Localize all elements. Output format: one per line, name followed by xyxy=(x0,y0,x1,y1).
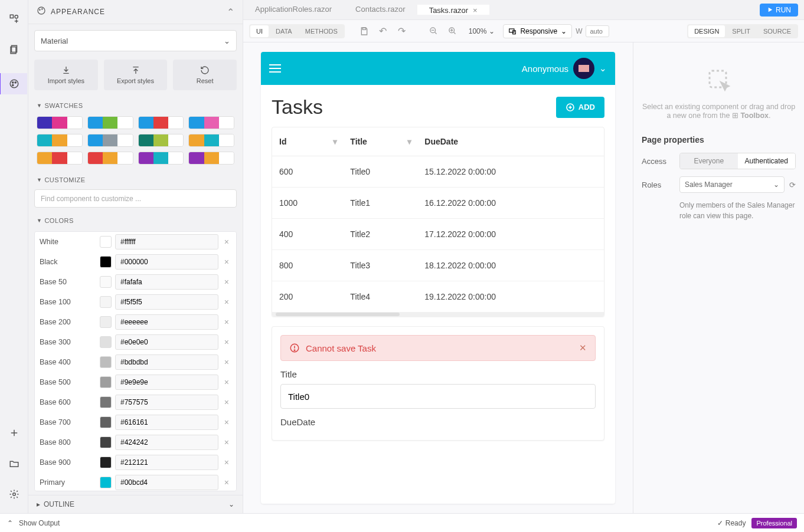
grid-horizontal-scrollbar[interactable] xyxy=(272,313,604,316)
color-input[interactable] xyxy=(115,234,218,249)
theme-select[interactable]: Material ⌄ xyxy=(34,30,237,51)
clear-icon[interactable]: × xyxy=(222,398,231,407)
design-canvas[interactable]: Anonymous ⌄ Tasks ADD xyxy=(243,42,633,513)
swatch[interactable] xyxy=(188,116,234,129)
color-chip[interactable] xyxy=(100,316,112,328)
zoom-in-icon[interactable] xyxy=(445,24,460,39)
clear-icon[interactable]: × xyxy=(222,317,231,327)
customize-search[interactable] xyxy=(34,189,237,208)
table-row[interactable]: 400Title217.12.2022 0:00:00 xyxy=(272,219,604,250)
clear-icon[interactable]: × xyxy=(222,257,231,267)
zoom-out-icon[interactable] xyxy=(426,24,442,39)
color-input[interactable] xyxy=(115,354,218,370)
clear-icon[interactable]: × xyxy=(222,377,231,387)
clear-icon[interactable]: × xyxy=(222,237,231,247)
color-input[interactable] xyxy=(115,274,218,290)
swatch[interactable] xyxy=(37,152,83,165)
color-chip[interactable] xyxy=(100,396,112,408)
add-button[interactable]: ADD xyxy=(556,97,604,118)
refresh-icon[interactable]: ⟳ xyxy=(789,180,796,189)
color-input[interactable] xyxy=(115,375,218,390)
color-chip[interactable] xyxy=(100,416,112,428)
access-segment[interactable]: Everyone Authenticated xyxy=(679,153,796,169)
color-chip[interactable] xyxy=(100,336,112,348)
color-chip[interactable] xyxy=(100,477,112,488)
clear-icon[interactable]: × xyxy=(222,438,231,447)
view-mode-design[interactable]: DESIGN xyxy=(688,25,725,37)
view-mode-source[interactable]: SOURCE xyxy=(757,25,797,37)
segment-methods[interactable]: METHODS xyxy=(299,25,344,37)
color-input[interactable] xyxy=(115,435,218,450)
swatch[interactable] xyxy=(87,116,133,129)
filter-icon[interactable]: ▾ xyxy=(333,137,337,146)
clear-icon[interactable]: × xyxy=(222,277,231,287)
color-input[interactable] xyxy=(115,254,218,270)
data-grid[interactable]: Id▾Title▾DueDate600Title015.12.2022 0:00… xyxy=(272,127,604,317)
color-input[interactable] xyxy=(115,334,218,350)
settings-icon[interactable] xyxy=(7,487,21,501)
redo-icon[interactable]: ↷ xyxy=(394,24,410,39)
column-header[interactable]: Id▾ xyxy=(272,127,343,156)
swatch[interactable] xyxy=(87,134,133,147)
swatch[interactable] xyxy=(188,134,234,147)
color-input[interactable] xyxy=(115,294,218,310)
color-chip[interactable] xyxy=(100,376,112,388)
color-chip[interactable] xyxy=(100,236,112,248)
width-input[interactable] xyxy=(586,25,609,37)
chevron-up-icon[interactable]: ⌃ xyxy=(7,519,13,527)
view-mode-split[interactable]: SPLIT xyxy=(726,25,756,37)
swatch[interactable] xyxy=(188,152,234,165)
swatches-header[interactable]: ▼SWATCHES xyxy=(28,98,243,113)
access-authenticated[interactable]: Authenticated xyxy=(738,153,796,169)
segment-data[interactable]: DATA xyxy=(270,25,298,37)
file-tab[interactable]: Tasks.razor× xyxy=(417,5,489,15)
save-icon[interactable] xyxy=(357,24,372,39)
run-button[interactable]: RUN xyxy=(760,4,798,17)
reset-button[interactable]: Reset xyxy=(173,60,237,90)
color-chip[interactable] xyxy=(100,256,112,268)
import-styles-button[interactable]: Import styles xyxy=(34,60,98,90)
color-input[interactable] xyxy=(115,475,218,490)
access-everyone[interactable]: Everyone xyxy=(680,153,738,169)
clear-icon[interactable]: × xyxy=(222,337,231,347)
clear-icon[interactable]: × xyxy=(222,297,231,307)
color-input[interactable] xyxy=(115,455,218,470)
collapse-icon[interactable]: ⌃ xyxy=(227,6,234,18)
column-header[interactable]: Title▾ xyxy=(343,127,417,156)
color-chip[interactable] xyxy=(100,296,112,308)
file-tab[interactable]: ApplicationRoles.razor xyxy=(243,5,344,14)
appearance-icon[interactable] xyxy=(0,73,27,94)
table-row[interactable]: 1000Title116.12.2022 0:00:00 xyxy=(272,188,604,219)
color-chip[interactable] xyxy=(100,356,112,368)
show-output-button[interactable]: Show Output xyxy=(19,519,60,527)
title-input[interactable] xyxy=(280,384,596,409)
close-tab-icon[interactable]: × xyxy=(473,6,478,15)
color-chip[interactable] xyxy=(100,436,112,448)
swatch[interactable] xyxy=(138,152,184,165)
close-alert-icon[interactable]: ✕ xyxy=(579,343,587,353)
table-row[interactable]: 800Title318.12.2022 0:00:00 xyxy=(272,250,604,281)
outline-header[interactable]: ▸OUTLINE ⌄ xyxy=(28,495,243,513)
color-input[interactable] xyxy=(115,314,218,330)
swatch[interactable] xyxy=(87,152,133,165)
clear-icon[interactable]: × xyxy=(222,478,231,487)
filter-icon[interactable]: ▾ xyxy=(407,137,411,146)
menu-icon[interactable] xyxy=(269,64,281,73)
folder-icon[interactable] xyxy=(7,457,21,471)
colors-header[interactable]: ▼COLORS xyxy=(28,214,243,228)
color-chip[interactable] xyxy=(100,457,112,468)
export-styles-button[interactable]: Export styles xyxy=(104,60,168,90)
swatch[interactable] xyxy=(138,134,184,147)
customize-header[interactable]: ▼CUSTOMIZE xyxy=(28,173,243,187)
components-icon[interactable] xyxy=(7,12,21,26)
swatch[interactable] xyxy=(37,116,83,129)
pages-icon[interactable] xyxy=(7,42,21,57)
clear-icon[interactable]: × xyxy=(222,357,231,367)
column-header[interactable]: DueDate xyxy=(417,127,604,156)
table-row[interactable]: 600Title015.12.2022 0:00:00 xyxy=(272,156,604,188)
roles-select[interactable]: Sales Manager⌄ xyxy=(679,176,785,193)
user-menu[interactable]: Anonymous ⌄ xyxy=(522,58,607,79)
add-icon[interactable] xyxy=(7,426,21,440)
panel-header[interactable]: APPEARANCE ⌃ xyxy=(28,0,243,24)
clear-icon[interactable]: × xyxy=(222,458,231,467)
